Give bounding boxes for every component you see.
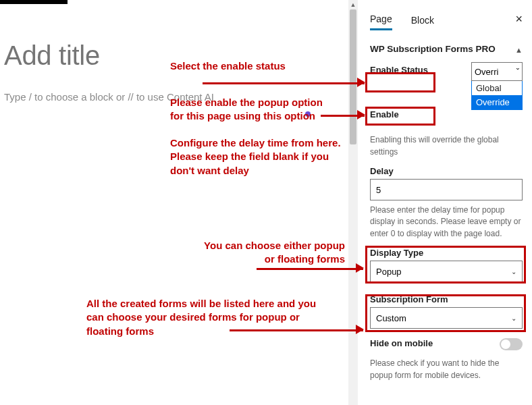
field-enable-status: Enable Status Overri ˇ Global Override [370, 65, 523, 89]
tab-block[interactable]: Block [411, 11, 434, 30]
chevron-down-icon: ˇ [516, 67, 519, 77]
delay-help: Please enter the delay time for popup di… [370, 205, 523, 240]
enable-help: Enabling this will override the global s… [370, 134, 523, 158]
field-display-type: Display Type Popup ⌄ [370, 248, 523, 282]
chevron-down-icon: ⌄ [511, 268, 516, 275]
field-subscription-form: Subscription Form Custom ⌄ [370, 294, 523, 329]
field-hide-mobile: Hide on mobile Please check if you want … [370, 338, 523, 381]
display-type-value: Popup [376, 267, 402, 277]
hide-mobile-toggle[interactable] [500, 338, 523, 350]
settings-sidebar: Page Block × WP Subscription Forms PRO ▲… [358, 0, 532, 405]
subscription-form-select[interactable]: Custom ⌄ [370, 307, 523, 329]
annotation-text: You can choose either popup or floating … [200, 239, 345, 267]
field-delay: Delay Please enter the delay time for po… [370, 166, 523, 240]
subscription-form-value: Custom [376, 313, 406, 323]
display-type-label: Display Type [370, 248, 523, 258]
tab-page[interactable]: Page [370, 9, 392, 30]
option-global[interactable]: Global [472, 81, 522, 95]
enable-status-select[interactable]: Overri ˇ [471, 62, 523, 81]
enable-status-value: Overri [475, 67, 498, 77]
annotation-text: Please enable the popup option for this … [170, 96, 325, 124]
delay-label: Delay [370, 166, 523, 176]
option-override[interactable]: Override [472, 95, 522, 109]
sidebar-tabs: Page Block × [370, 9, 523, 31]
panel-title: WP Subscription Forms PRO [370, 43, 496, 55]
chevron-down-icon: ⌄ [511, 315, 516, 322]
field-enable: Enable Enabling this will override the g… [370, 109, 523, 158]
enable-status-dropdown: Global Override [471, 81, 523, 110]
annotation-text: Configure the delay time from here. Plea… [170, 136, 346, 178]
scroll-thumb[interactable] [350, 9, 356, 144]
subscription-form-label: Subscription Form [370, 294, 523, 304]
chevron-up-icon[interactable]: ▲ [515, 46, 523, 54]
panel-header[interactable]: WP Subscription Forms PRO ▲ [370, 43, 523, 55]
scroll-up-icon[interactable]: ▲ [348, 0, 358, 9]
close-icon[interactable]: × [515, 12, 523, 26]
vertical-scrollbar[interactable]: ▲ [348, 0, 358, 405]
enable-label: Enable [370, 109, 523, 119]
hide-mobile-help: Please check if you want to hide the pop… [370, 358, 523, 381]
delay-input[interactable] [370, 179, 523, 200]
annotation-text: Select the enable status [170, 59, 286, 73]
display-type-select[interactable]: Popup ⌄ [370, 261, 523, 282]
annotation-text: All the created forms will be listed her… [86, 297, 319, 338]
